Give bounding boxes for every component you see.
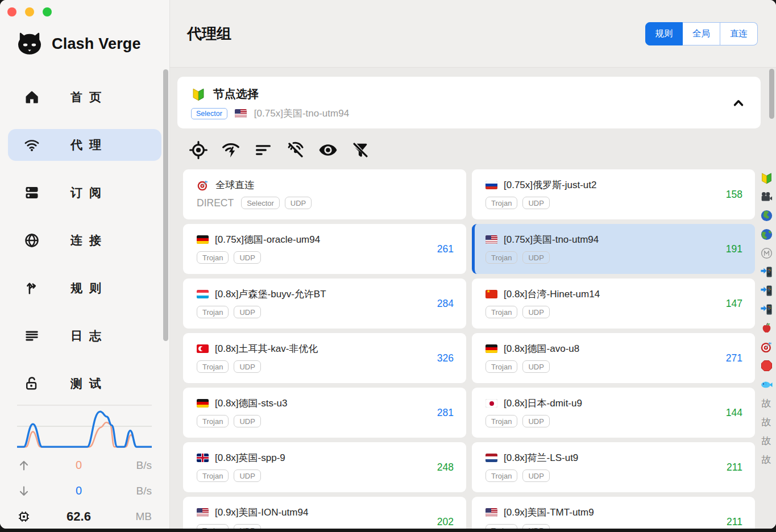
latency-value: 158 [726, 189, 742, 201]
group-subtitle-row: Selector [0.75x]美国-tno-utm94 [191, 107, 747, 120]
collapse-chevron-up-icon[interactable] [731, 95, 746, 110]
proxy-card[interactable]: [0.9x]美国-TMT-utm9TrojanUDP211 [472, 497, 755, 529]
proxy-card[interactable]: [0.75x]德国-oracle-um94TrojanUDP261 [183, 224, 466, 274]
visibility-icon[interactable] [318, 140, 338, 160]
proxy-group-card[interactable]: 节点选择 Selector [0.75x]美国-tno-utm94 [177, 77, 761, 128]
sidebar-item-unlock[interactable]: 测试 [8, 368, 161, 400]
wifi-icon [24, 137, 40, 153]
main-scrollbar[interactable] [769, 69, 774, 119]
proxy-card-direct[interactable]: 全球直连DIRECTSelectorUDP [183, 169, 466, 219]
page-title: 代理组 [187, 24, 231, 44]
proxy-name-row: [0.9x]美国-ION-utm94 [197, 506, 415, 519]
sidebar-scrollbar[interactable] [163, 69, 168, 341]
phone-arrow-icon[interactable] [760, 303, 773, 316]
phone-arrow-icon[interactable] [760, 265, 773, 279]
tag-chip: Trojan [485, 306, 517, 318]
latency-value: 281 [437, 407, 454, 419]
proxy-card[interactable]: [0.8x]台湾-Hinet-um14TrojanUDP147 [472, 279, 755, 329]
proxy-tags-row: TrojanUDP [485, 524, 704, 529]
proxy-card[interactable]: [0.8x]土耳其-kav-非优化TrojanUDP326 [183, 333, 466, 383]
globe-africa-icon[interactable] [760, 209, 773, 222]
fish-icon[interactable] [760, 378, 773, 391]
proxy-card[interactable]: [0.8x]英国-spp-9TrojanUDP248 [183, 442, 466, 492]
m-circle-icon[interactable] [760, 247, 773, 260]
proxy-card[interactable]: [0.75x]俄罗斯-just-ut2TrojanUDP158 [472, 169, 755, 219]
stat-row-arrow-up: 0B/s [17, 452, 152, 478]
rail-group-label[interactable]: 故 [762, 434, 771, 447]
dart-icon[interactable] [760, 340, 773, 354]
tag-chip: Trojan [197, 360, 229, 373]
tag-chip: Trojan [197, 524, 229, 529]
tag-chip: UDP [522, 524, 549, 529]
rail-group-label[interactable]: 故 [762, 397, 771, 410]
latency-value: 271 [726, 352, 742, 364]
sidebar-item-wifi[interactable]: 代理 [8, 129, 161, 161]
close-window-button[interactable] [7, 7, 16, 16]
tag-chip: Trojan [485, 197, 517, 209]
sidebar-item-lines[interactable]: 日志 [8, 320, 161, 352]
proxy-card[interactable]: [0.8x]日本-dmit-u9TrojanUDP144 [472, 388, 755, 438]
rail-group-label[interactable]: 故 [762, 415, 771, 429]
tag-chip: Trojan [485, 415, 517, 427]
sidebar-item-home[interactable]: 首页 [8, 81, 161, 113]
sidebar-item-fork[interactable]: 规则 [8, 272, 161, 304]
beginner-icon[interactable] [760, 172, 773, 185]
flag-us [197, 508, 209, 517]
globe-asia-icon[interactable] [760, 228, 773, 241]
proxy-card[interactable]: [0.8x]德国-avo-u8TrojanUDP271 [472, 333, 755, 383]
proxy-name-row: [0.8x]德国-avo-u8 [485, 342, 704, 355]
proxy-name-row: [0.8x]卢森堡-buyv-允许BT [197, 288, 415, 301]
group-name: 节点选择 [213, 86, 259, 102]
tag-chip: UDP [234, 524, 260, 529]
stop-sign-icon[interactable] [760, 359, 773, 372]
sidebar: Clash Verge 首页代理订阅连接规则日志测试 0B/s0B/s62.6M… [0, 0, 170, 529]
tag-chip: UDP [285, 197, 312, 209]
proxy-grid: 全球直连DIRECTSelectorUDP[0.75x]俄罗斯-just-ut2… [183, 169, 755, 529]
flag-jp [485, 399, 497, 408]
proxy-card[interactable]: [0.8x]德国-sts-u3TrojanUDP281 [183, 388, 466, 438]
movie-camera-icon[interactable] [760, 190, 773, 203]
beginner-badge-icon [191, 87, 206, 102]
locate-icon[interactable] [189, 140, 208, 160]
main-panel: 代理组 规则全局直连 节点选择 Selector [0.75x]美国-tno-u… [170, 0, 776, 529]
sidebar-item-label: 代理 [70, 137, 108, 153]
tag-chip: UDP [522, 251, 549, 264]
filter-off-icon[interactable] [351, 140, 370, 160]
proxy-card[interactable]: [0.75x]美国-tno-utm94TrojanUDP191 [472, 224, 755, 274]
apple-icon[interactable] [760, 322, 773, 335]
latency-value: 326 [437, 352, 454, 364]
minimize-window-button[interactable] [25, 7, 34, 16]
sidebar-item-dns[interactable]: 订阅 [8, 177, 161, 209]
wifi-off-icon[interactable] [286, 140, 305, 160]
proxy-card[interactable]: [0.8x]卢森堡-buyv-允许BTTrojanUDP284 [183, 279, 466, 329]
proxy-name-row: [0.9x]美国-TMT-utm9 [485, 506, 704, 519]
proxy-tags-row: TrojanUDP [485, 251, 704, 264]
sidebar-item-label: 首页 [70, 89, 108, 105]
proxy-name: [0.9x]美国-TMT-utm9 [504, 506, 594, 519]
proxy-name: [0.8x]德国-avo-u8 [504, 342, 579, 355]
proxy-card[interactable]: [0.8x]荷兰-LS-ut9TrojanUDP211 [472, 442, 755, 492]
sidebar-item-globe[interactable]: 连接 [8, 225, 161, 256]
proxy-tags-row: TrojanUDP [197, 360, 415, 373]
proxy-name-row: [0.8x]德国-sts-u3 [197, 397, 415, 410]
tab-rule[interactable]: 规则 [645, 22, 683, 45]
sort-icon[interactable] [254, 140, 273, 160]
stat-unit: B/s [127, 459, 152, 472]
tab-direct[interactable]: 直连 [720, 22, 758, 45]
latency-value: 284 [437, 298, 454, 310]
app-window: Clash Verge 首页代理订阅连接规则日志测试 0B/s0B/s62.6M… [0, 0, 776, 529]
zoom-window-button[interactable] [43, 7, 52, 16]
stat-row-arrow-down: 0B/s [17, 478, 152, 504]
stat-value: 0 [31, 484, 127, 497]
flag-de [197, 235, 209, 244]
proxy-page-body: 节点选择 Selector [0.75x]美国-tno-utm94 全球直连DI… [170, 67, 776, 529]
phone-arrow-icon[interactable] [760, 284, 773, 297]
delay-test-icon[interactable] [221, 140, 240, 160]
sidebar-item-label: 连接 [70, 232, 108, 248]
proxy-card[interactable]: [0.9x]美国-ION-utm94TrojanUDP202 [183, 497, 466, 529]
proxy-name-row: [0.8x]台湾-Hinet-um14 [485, 288, 704, 301]
rail-group-label[interactable]: 故 [762, 453, 771, 466]
flag-us [485, 508, 497, 517]
tab-global[interactable]: 全局 [683, 22, 720, 45]
proxy-name: [0.8x]英国-spp-9 [215, 451, 285, 464]
